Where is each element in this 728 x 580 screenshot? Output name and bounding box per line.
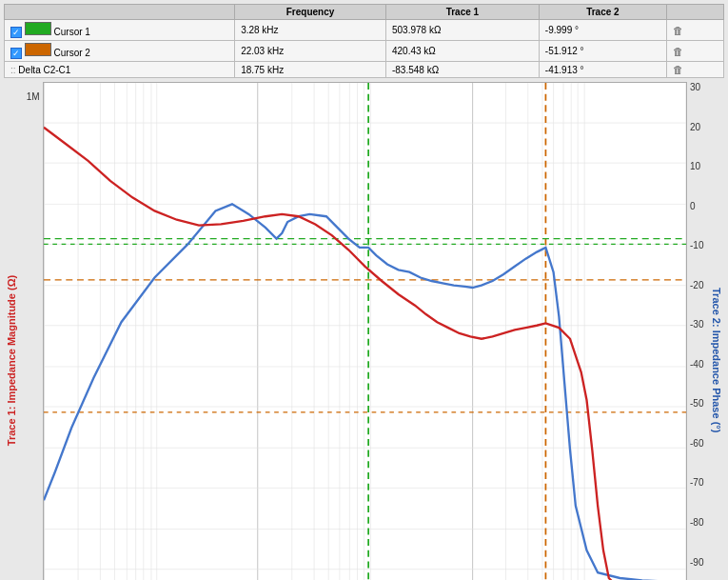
- action-delta[interactable]: 🗑: [667, 62, 724, 78]
- col-header-action: [667, 5, 724, 20]
- action-cursor2[interactable]: 🗑: [667, 41, 724, 62]
- trace2-cursor2: -51.912 °: [539, 41, 666, 62]
- y-axis-right-label: Trace 2: Impedance Phase (°): [709, 82, 724, 580]
- cursor-label-cell-delta: :: Delta C2-C1: [5, 62, 235, 78]
- right-tick-n50: -50: [690, 398, 703, 409]
- color-box-cursor2: [25, 43, 51, 56]
- cursor-name-delta: Delta C2-C1: [18, 65, 70, 75]
- checkbox-cursor2[interactable]: [10, 48, 22, 59]
- right-tick-10: 10: [690, 161, 700, 171]
- col-header-label: [5, 5, 235, 20]
- checkbox-cursor1[interactable]: [10, 27, 22, 38]
- cursor-table: Frequency Trace 1 Trace 2 Cursor 13.28 k…: [4, 4, 724, 78]
- main-container: Frequency Trace 1 Trace 2 Cursor 13.28 k…: [0, 0, 728, 580]
- col-header-frequency: Frequency: [235, 5, 386, 20]
- chart-inner: 1M 100k: [19, 82, 709, 580]
- trace2-delta: -41.913 °: [539, 62, 666, 78]
- freq-delta: 18.75 kHz: [235, 62, 386, 78]
- trash-icon-cursor1[interactable]: 🗑: [673, 25, 683, 36]
- trace1-delta: -83.548 kΩ: [385, 62, 539, 78]
- right-tick-0: 0: [690, 201, 696, 211]
- right-tick-n90: -90: [690, 557, 703, 568]
- drag-handle-delta: ::: [10, 65, 16, 75]
- cursor-label-cell-cursor1: Cursor 1: [5, 20, 235, 41]
- right-ticks: 30 20 10 0 -10 -20 -30 -40 -50 -60 -70 -…: [687, 82, 709, 580]
- svg-rect-0: [44, 83, 686, 580]
- right-tick-n70: -70: [690, 477, 703, 488]
- right-tick-n60: -60: [690, 438, 703, 449]
- y-axis-left-label: Trace 1: Impedance Magnitude (Ω): [4, 82, 19, 580]
- chart-row: 1M 100k: [19, 82, 709, 580]
- right-tick-30: 30: [690, 82, 700, 92]
- trash-icon-delta[interactable]: 🗑: [673, 64, 683, 75]
- table-row-cursor2: Cursor 222.03 kHz420.43 kΩ-51.912 °🗑: [5, 41, 724, 62]
- right-tick-20: 20: [690, 122, 700, 132]
- trash-icon-cursor2[interactable]: 🗑: [673, 46, 683, 57]
- left-tick-1m: 1M: [27, 91, 40, 102]
- chart-svg: [44, 83, 686, 580]
- right-tick-n10: -10: [690, 240, 703, 250]
- right-tick-n20: -20: [690, 280, 703, 290]
- trace2-cursor1: -9.999 °: [539, 20, 666, 41]
- chart-wrapper: Trace 1: Impedance Magnitude (Ω) 1M 100k: [4, 82, 724, 580]
- action-cursor1[interactable]: 🗑: [667, 20, 724, 41]
- trace1-cursor1: 503.978 kΩ: [385, 20, 539, 41]
- right-tick-n80: -80: [690, 517, 703, 528]
- chart-svg-container: [43, 82, 687, 580]
- trace1-cursor2: 420.43 kΩ: [385, 41, 539, 62]
- table-row-delta: :: Delta C2-C118.75 kHz-83.548 kΩ-41.913…: [5, 62, 724, 78]
- freq-cursor2: 22.03 kHz: [235, 41, 386, 62]
- right-tick-n30: -30: [690, 319, 703, 330]
- col-header-trace2: Trace 2: [539, 5, 666, 20]
- col-header-trace1: Trace 1: [385, 5, 539, 20]
- freq-cursor1: 3.28 kHz: [235, 20, 386, 41]
- cursor-name-cursor2: Cursor 2: [54, 48, 90, 58]
- left-ticks: 1M 100k: [19, 82, 43, 580]
- right-tick-n40: -40: [690, 359, 703, 370]
- table-row-cursor1: Cursor 13.28 kHz503.978 kΩ-9.999 °🗑: [5, 20, 724, 41]
- cursor-label-cell-cursor2: Cursor 2: [5, 41, 235, 62]
- color-box-cursor1: [25, 22, 51, 35]
- cursor-name-cursor1: Cursor 1: [54, 27, 90, 37]
